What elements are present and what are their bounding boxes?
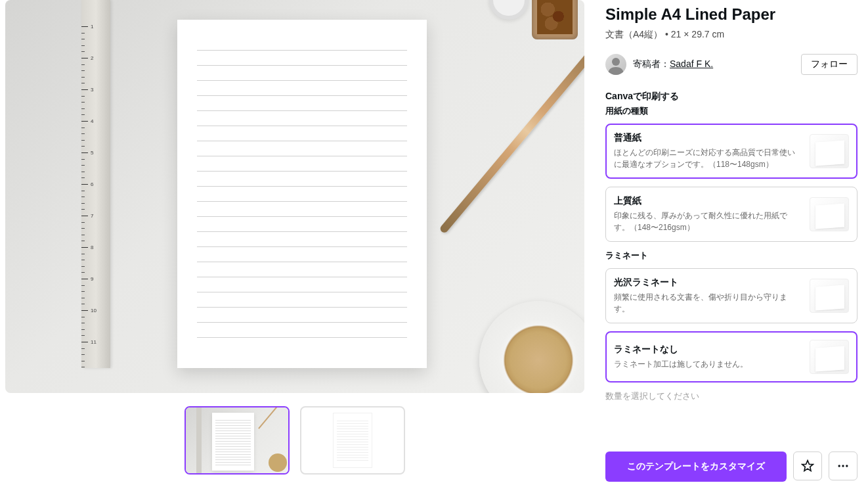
- svg-point-2: [842, 465, 844, 467]
- author-avatar[interactable]: [605, 54, 626, 75]
- author-prefix: 寄稿者：: [633, 58, 670, 69]
- dimensions: 21 × 29.7 cm: [671, 29, 724, 39]
- template-title: Simple A4 Lined Paper: [605, 5, 857, 24]
- svg-point-3: [846, 465, 848, 467]
- star-button[interactable]: [793, 452, 822, 480]
- thumbnail-plain[interactable]: [300, 406, 405, 475]
- option-desc: 頻繁に使用される文書を、傷や折り目から守ります。: [614, 291, 802, 315]
- laminate-thumb-icon: [810, 279, 849, 313]
- option-title: 上質紙: [614, 195, 802, 207]
- laminate-thumb-icon: [810, 340, 849, 374]
- doctype: 文書（A4縦）: [605, 29, 662, 39]
- action-row: このテンプレートをカスタマイズ: [605, 452, 857, 487]
- tape-prop: [489, 0, 529, 20]
- author-link[interactable]: Sadaf F K.: [670, 58, 713, 69]
- meta-separator: •: [665, 29, 668, 39]
- more-button[interactable]: [829, 452, 857, 480]
- paper-type-label: 用紙の種類: [605, 105, 857, 117]
- template-preview: 1234567891011: [5, 0, 584, 393]
- quantity-label: 数量を選択してください: [605, 390, 857, 402]
- svg-point-0: [612, 58, 620, 66]
- laminate-label: ラミネート: [605, 250, 857, 262]
- laminate-option-glossy[interactable]: 光沢ラミネート 頻繁に使用される文書を、傷や折り目から守ります。: [605, 268, 857, 323]
- pen-prop: [439, 28, 584, 234]
- star-icon: [801, 459, 814, 473]
- customize-button[interactable]: このテンプレートをカスタマイズ: [605, 452, 787, 482]
- option-desc: 印象に残る、厚みがあって耐久性に優れた用紙です。（148〜216gsm）: [614, 210, 802, 233]
- details-panel: Simple A4 Lined Paper 文書（A4縦） • 21 × 29.…: [605, 0, 863, 487]
- thumbnail-mockup[interactable]: [184, 406, 290, 475]
- option-title: ラミネートなし: [614, 344, 802, 356]
- svg-point-1: [838, 465, 840, 467]
- preview-panel: 1234567891011: [5, 0, 584, 487]
- follow-button[interactable]: フォロー: [801, 54, 857, 75]
- laminate-option-none[interactable]: ラミネートなし ラミネート加工は施してありません。: [605, 331, 857, 383]
- ruler-prop: 1234567891011: [81, 0, 110, 368]
- option-title: 普通紙: [614, 132, 802, 144]
- thumbnail-strip: [5, 406, 584, 475]
- author-text: 寄稿者：Sadaf F K.: [633, 58, 713, 70]
- paper-thumb-icon: [810, 134, 849, 168]
- paper-option-standard[interactable]: 普通紙 ほとんどの印刷ニーズに対応する高品質で日常使いに最適なオプションです。（…: [605, 124, 857, 179]
- option-desc: ラミネート加工は施してありません。: [614, 358, 802, 370]
- author-row: 寄稿者：Sadaf F K. フォロー: [605, 54, 857, 75]
- print-heading: Canvaで印刷する: [605, 91, 857, 103]
- jar-prop: [532, 0, 578, 39]
- option-desc: ほとんどの印刷ニーズに対応する高品質で日常使いに最適なオプションです。（118〜…: [614, 147, 802, 170]
- coffee-cup-prop: [479, 301, 584, 393]
- template-meta: 文書（A4縦） • 21 × 29.7 cm: [605, 29, 857, 41]
- paper-thumb-icon: [810, 197, 849, 231]
- lined-paper: [177, 20, 427, 368]
- dots-icon: [836, 459, 850, 473]
- option-title: 光沢ラミネート: [614, 277, 802, 289]
- paper-option-premium[interactable]: 上質紙 印象に残る、厚みがあって耐久性に優れた用紙です。（148〜216gsm）: [605, 187, 857, 242]
